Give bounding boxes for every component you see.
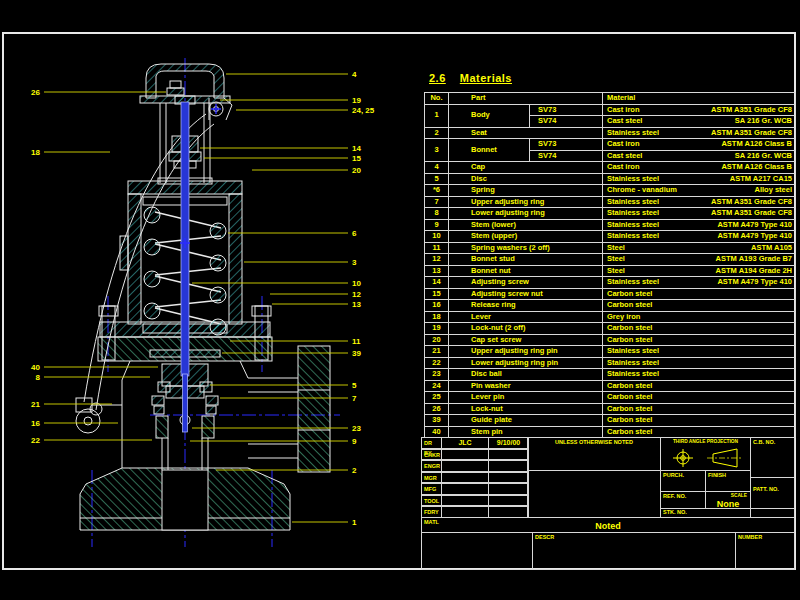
table-row: 13Bonnet nutSteelASTM A194 Grade 2H — [425, 265, 796, 277]
material-cell: SteelASTM A105 — [603, 242, 796, 254]
material-spec: ASTM A351 Grade CF8 — [711, 197, 795, 208]
callout-label: 8 — [36, 373, 41, 382]
part-name-cell: Disc ball — [449, 369, 603, 381]
projection-label: THIRD ANGLE PROJECTION — [661, 439, 750, 444]
material-cell: Carbon steel — [603, 380, 796, 392]
approval-role-label: DR BY — [421, 437, 442, 449]
callout-label: 21 — [31, 400, 40, 409]
cb-no-cell: C.B. NO. — [750, 437, 795, 478]
approval-initials — [441, 472, 489, 484]
matl-cell: MATL Noted — [421, 517, 795, 533]
part-no-cell: 11 — [425, 242, 449, 254]
material-cell: Stainless steel — [603, 346, 796, 358]
table-row: 1BodySV73Cast ironASTM A351 Grade CF8 — [425, 104, 796, 116]
material-name: Stainless steel — [607, 369, 659, 378]
material-spec: ASTM A479 Type 410 — [717, 231, 795, 242]
table-row: 40Stem pinCarbon steel — [425, 426, 796, 438]
table-row: 4CapCast ironASTM A126 Class B — [425, 162, 796, 174]
approval-role-label: CHKR — [421, 449, 442, 461]
part-name-cell: Bonnet nut — [449, 265, 603, 277]
callout-label: 24, 25 — [352, 106, 375, 115]
material-cell: Stainless steelASTM A351 Grade CF8 — [603, 196, 796, 208]
table-row: 5DiscStainless steelASTM A217 CA15 — [425, 173, 796, 185]
part-name-cell: Lock-nut — [449, 403, 603, 415]
material-cell: Stainless steelASTM A479 Type 410 — [603, 219, 796, 231]
material-spec: ASTM A351 Grade CF8 — [711, 128, 795, 139]
callout-label: 12 — [352, 290, 361, 299]
part-no-cell: 22 — [425, 357, 449, 369]
part-no-cell: 21 — [425, 346, 449, 358]
part-name-cell: Upper adjusting ring — [449, 196, 603, 208]
table-row: 39Guide plateCarbon steel — [425, 415, 796, 427]
approval-initials — [441, 495, 489, 507]
material-name: Carbon steel — [607, 415, 652, 424]
variant-cell: SV73 — [530, 139, 603, 151]
material-spec: Alloy steel — [754, 185, 795, 196]
part-no-cell: *6 — [425, 185, 449, 197]
callout-label: 6 — [352, 229, 357, 238]
materials-table: No. Part Material 1BodySV73Cast ironASTM… — [424, 92, 796, 438]
approval-date — [488, 472, 529, 484]
col-header-part: Part — [449, 93, 603, 105]
table-row: 23Disc ballStainless steel — [425, 369, 796, 381]
bottom-left-cell — [421, 532, 533, 570]
material-cell: Stainless steel — [603, 369, 796, 381]
part-no-cell: 9 — [425, 219, 449, 231]
variant-cell: SV73 — [530, 104, 603, 116]
table-row: 26Lock-nutCarbon steel — [425, 403, 796, 415]
material-name: Carbon steel — [607, 300, 652, 309]
part-no-cell: 23 — [425, 369, 449, 381]
finish-label: FINISH — [708, 472, 726, 478]
material-name: Stainless steel — [607, 358, 659, 367]
material-cell: SteelASTM A193 Grade B7 — [603, 254, 796, 266]
material-cell: Stainless steelASTM A217 CA15 — [603, 173, 796, 185]
part-no-cell: 5 — [425, 173, 449, 185]
material-cell: Stainless steelASTM A479 Type 410 — [603, 231, 796, 243]
callout-label: 4 — [352, 70, 357, 79]
part-no-cell: 14 — [425, 277, 449, 289]
part-no-cell: 7 — [425, 196, 449, 208]
part-no-cell: 3 — [425, 139, 449, 162]
part-no-cell: 15 — [425, 288, 449, 300]
part-name-cell: Upper adjusting ring pin — [449, 346, 603, 358]
material-name: Carbon steel — [607, 335, 652, 344]
patt-no-label: PATT. NO. — [753, 486, 779, 492]
table-row: 15Adjusting screw nutCarbon steel — [425, 288, 796, 300]
callout-label: 7 — [352, 394, 357, 403]
callout-label: 22 — [31, 436, 40, 445]
callout-label: 39 — [352, 349, 361, 358]
material-name: Stainless steel — [607, 220, 659, 229]
part-name-cell: Guide plate — [449, 415, 603, 427]
material-spec: SA 216 Gr. WCB — [735, 116, 795, 127]
material-cell: Cast steelSA 216 Gr. WCB — [603, 150, 796, 162]
table-row: *6SpringChrome - vanadiumAlloy steel — [425, 185, 796, 197]
material-name: Cast iron — [607, 162, 640, 171]
notes-empty-cell — [527, 470, 661, 518]
table-row: 11Spring washers (2 off)SteelASTM A105 — [425, 242, 796, 254]
part-name-cell: Bonnet stud — [449, 254, 603, 266]
part-name-cell: Stem pin — [449, 426, 603, 438]
part-name-cell: Seat — [449, 127, 603, 139]
part-no-cell: 24 — [425, 380, 449, 392]
table-row: 3BonnetSV73Cast ironASTM A126 Class B — [425, 139, 796, 151]
material-name: Steel — [607, 243, 625, 252]
material-cell: Stainless steel — [603, 357, 796, 369]
table-row: 12Bonnet studSteelASTM A193 Grade B7 — [425, 254, 796, 266]
material-cell: Cast steelSA 216 Gr. WCB — [603, 116, 796, 128]
title-block-approvals: DR BYJLC9/10/00CHKRENGRMGRMFGTOOLFDRY — [421, 437, 529, 518]
approval-role-label: MGR — [421, 472, 442, 484]
third-angle-symbol — [663, 447, 749, 469]
material-name: Cast steel — [607, 151, 642, 160]
col-header-no: No. — [425, 93, 449, 105]
approval-initials: JLC — [441, 437, 489, 449]
purch-label: PURCH. — [663, 472, 684, 478]
callout-label: 20 — [352, 166, 361, 175]
table-row: 20Cap set screwCarbon steel — [425, 334, 796, 346]
part-no-cell: 20 — [425, 334, 449, 346]
projection-cell: THIRD ANGLE PROJECTION — [660, 437, 751, 471]
callout-label: 11 — [352, 337, 361, 346]
material-name: Stainless steel — [607, 277, 659, 286]
approval-date — [488, 495, 529, 507]
part-name-cell: Cap — [449, 162, 603, 174]
section-title: 2.6Materials — [429, 72, 512, 84]
